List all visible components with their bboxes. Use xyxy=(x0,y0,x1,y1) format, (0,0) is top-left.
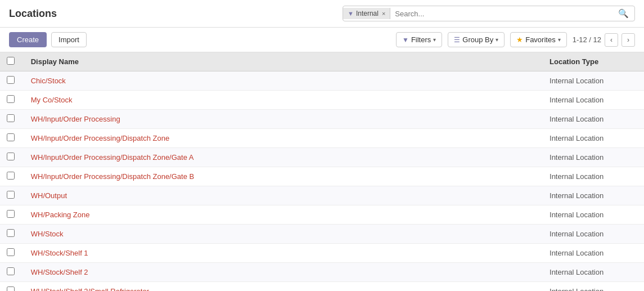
filters-label: Filters xyxy=(411,35,431,44)
table-row: WH/Stock/Shelf 2/Small Refrigerator Inte… xyxy=(0,282,644,292)
location-link[interactable]: WH/Input/Order Processing/Dispatch Zone/… xyxy=(31,172,194,181)
row-location-type: Internal Location xyxy=(543,129,644,148)
table-row: My Co/Stock Internal Location xyxy=(0,91,644,110)
row-checkbox[interactable] xyxy=(7,229,15,237)
favorites-button[interactable]: ★ Favorites ▾ xyxy=(510,32,566,47)
location-link[interactable]: WH/Stock xyxy=(31,230,64,238)
pagination: 1-12 / 12 ‹ › xyxy=(573,33,635,47)
favorites-chevron-icon: ▾ xyxy=(558,37,561,43)
create-button[interactable]: Create xyxy=(9,32,47,47)
row-checkbox-cell xyxy=(0,167,24,186)
row-checkbox[interactable] xyxy=(7,133,15,141)
groupby-chevron-icon: ▾ xyxy=(496,37,498,43)
location-link[interactable]: WH/Input/Order Processing xyxy=(31,115,120,123)
row-checkbox-cell xyxy=(0,110,24,129)
row-checkbox[interactable] xyxy=(7,191,15,199)
row-checkbox[interactable] xyxy=(7,153,15,160)
row-checkbox-cell xyxy=(0,282,24,292)
row-checkbox-cell xyxy=(0,205,24,225)
table-row: WH/Stock/Shelf 2 Internal Location xyxy=(0,263,644,282)
group-by-button[interactable]: ☰ Group By ▾ xyxy=(448,32,505,47)
row-display-name: WH/Input/Order Processing xyxy=(24,110,543,129)
row-display-name: WH/Stock/Shelf 1 xyxy=(24,244,543,263)
location-link[interactable]: WH/Stock/Shelf 2/Small Refrigerator xyxy=(31,287,149,291)
table-row: WH/Packing Zone Internal Location xyxy=(0,205,644,225)
row-checkbox[interactable] xyxy=(7,248,15,256)
location-link[interactable]: WH/Input/Order Processing/Dispatch Zone xyxy=(31,134,169,142)
table-row: WH/Input/Order Processing Internal Locat… xyxy=(0,110,644,129)
table-row: WH/Input/Order Processing/Dispatch Zone … xyxy=(0,129,644,148)
row-checkbox[interactable] xyxy=(7,114,15,122)
location-link[interactable]: WH/Stock/Shelf 2 xyxy=(31,268,88,276)
row-display-name: WH/Input/Order Processing/Dispatch Zone/… xyxy=(24,167,543,186)
row-location-type: Internal Location xyxy=(543,282,644,292)
groupby-label: Group By xyxy=(462,35,493,44)
table-row: WH/Input/Order Processing/Dispatch Zone/… xyxy=(0,167,644,186)
prev-page-button[interactable]: ‹ xyxy=(605,33,618,47)
row-display-name: WH/Input/Order Processing/Dispatch Zone/… xyxy=(24,148,543,167)
next-page-button[interactable]: › xyxy=(622,33,635,47)
locations-table: Display Name Location Type Chic/Stock In… xyxy=(0,52,644,291)
filter-funnel-icon: ▼ xyxy=(348,10,354,17)
row-location-type: Internal Location xyxy=(543,186,644,205)
row-location-type: Internal Location xyxy=(543,110,644,129)
row-display-name: WH/Stock xyxy=(24,225,543,244)
row-display-name: WH/Stock/Shelf 2/Small Refrigerator xyxy=(24,282,543,292)
location-link[interactable]: WH/Packing Zone xyxy=(31,211,90,219)
import-button[interactable]: Import xyxy=(51,32,87,47)
search-input[interactable] xyxy=(390,7,613,20)
table-header-row: Display Name Location Type xyxy=(0,52,644,71)
row-location-type: Internal Location xyxy=(543,205,644,225)
favorites-label: Favorites xyxy=(525,35,555,44)
filters-button[interactable]: ▼ Filters ▾ xyxy=(396,32,442,47)
row-display-name: WH/Stock/Shelf 2 xyxy=(24,263,543,282)
active-filter-tag: ▼ Internal × xyxy=(343,8,390,19)
row-checkbox[interactable] xyxy=(7,76,15,84)
row-display-name: WH/Output xyxy=(24,186,543,205)
table-row: Chic/Stock Internal Location xyxy=(0,71,644,91)
filter-tag-close[interactable]: × xyxy=(382,10,385,17)
select-all-checkbox[interactable] xyxy=(7,57,15,65)
row-checkbox[interactable] xyxy=(7,210,15,218)
row-checkbox[interactable] xyxy=(7,95,15,103)
table-row: WH/Stock Internal Location xyxy=(0,225,644,244)
row-checkbox-cell xyxy=(0,186,24,205)
table-row: WH/Output Internal Location xyxy=(0,186,644,205)
row-location-type: Internal Location xyxy=(543,244,644,263)
search-icon: 🔍 xyxy=(618,8,629,18)
row-checkbox[interactable] xyxy=(7,172,15,180)
row-location-type: Internal Location xyxy=(543,263,644,282)
row-checkbox[interactable] xyxy=(7,267,15,275)
search-button[interactable]: 🔍 xyxy=(613,6,634,21)
search-bar: ▼ Internal × 🔍 xyxy=(343,6,635,21)
table-row: WH/Stock/Shelf 1 Internal Location xyxy=(0,244,644,263)
filters-icon: ▼ xyxy=(402,36,409,44)
location-link[interactable]: WH/Input/Order Processing/Dispatch Zone/… xyxy=(31,153,194,162)
row-display-name: WH/Packing Zone xyxy=(24,205,543,225)
row-display-name: My Co/Stock xyxy=(24,91,543,110)
toolbar: Create Import ▼ Filters ▾ ☰ Group By ▾ ★… xyxy=(0,28,644,52)
row-location-type: Internal Location xyxy=(543,148,644,167)
location-link[interactable]: My Co/Stock xyxy=(31,96,73,104)
row-checkbox-cell xyxy=(0,71,24,91)
row-checkbox-cell xyxy=(0,129,24,148)
row-checkbox-cell xyxy=(0,91,24,110)
header-checkbox-cell xyxy=(0,52,24,71)
row-location-type: Internal Location xyxy=(543,167,644,186)
col-header-location-type: Location Type xyxy=(543,52,644,71)
col-header-display-name: Display Name xyxy=(24,52,543,71)
row-checkbox[interactable] xyxy=(7,286,15,291)
row-checkbox-cell xyxy=(0,244,24,263)
location-link[interactable]: WH/Output xyxy=(31,191,67,200)
row-checkbox-cell xyxy=(0,148,24,167)
filters-chevron-icon: ▾ xyxy=(433,37,436,43)
table-row: WH/Input/Order Processing/Dispatch Zone/… xyxy=(0,148,644,167)
filter-tag-label: Internal xyxy=(356,10,379,17)
row-checkbox-cell xyxy=(0,263,24,282)
location-link[interactable]: WH/Stock/Shelf 1 xyxy=(31,249,88,257)
location-link[interactable]: Chic/Stock xyxy=(31,77,66,85)
row-location-type: Internal Location xyxy=(543,71,644,91)
row-display-name: Chic/Stock xyxy=(24,71,543,91)
favorites-star-icon: ★ xyxy=(516,35,523,44)
groupby-icon: ☰ xyxy=(454,36,460,44)
